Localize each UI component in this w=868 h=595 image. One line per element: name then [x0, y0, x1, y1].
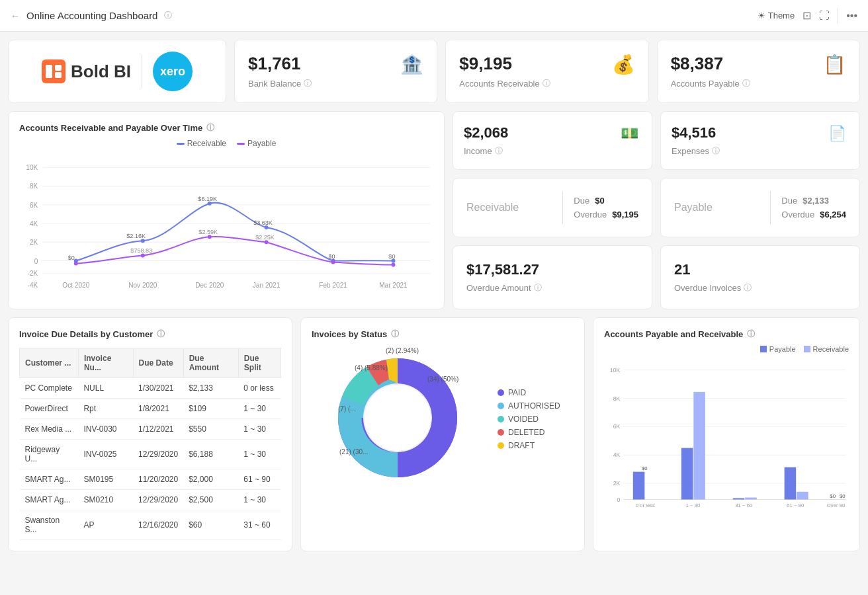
row1: Bold BI xero 🏦 $1,761 Bank Balance ⓘ 💰 $…	[8, 40, 860, 103]
pie-legend: PAID AUTHORISED VOIDED DELETED DRAFT	[498, 388, 560, 450]
pie-legend-item: VOIDED	[498, 415, 560, 424]
accounts-payable-info[interactable]: ⓘ	[742, 78, 750, 89]
cell-customer: Swanston S...	[20, 510, 79, 540]
table-row: SMART Ag... SM0195 11/20/2020 $2,000 61 …	[20, 469, 281, 490]
table-row: Swanston S... AP 12/16/2020 $60 31 ~ 60	[20, 510, 281, 540]
svg-text:$2.16K: $2.16K	[126, 233, 146, 239]
svg-text:(34) (50%): (34) (50%)	[427, 376, 458, 383]
toolbar-separator	[838, 8, 838, 24]
cell-invoice: INV-0030	[78, 419, 133, 440]
overdue-amount-card: $17,581.27 Overdue Amount ⓘ	[453, 245, 652, 309]
more-options-icon[interactable]: •••	[846, 10, 857, 22]
top-bar-left: ← Online Accounting Dashboard ⓘ	[11, 10, 172, 21]
svg-text:$2.25K: $2.25K	[255, 234, 275, 241]
svg-text:Mar 2021: Mar 2021	[379, 282, 408, 289]
svg-text:2K: 2K	[613, 480, 621, 487]
pie-legend-dot	[498, 416, 504, 422]
overdue-amount-info[interactable]: ⓘ	[534, 282, 542, 294]
svg-text:$0: $0	[642, 465, 648, 471]
top-bar: ← Online Accounting Dashboard ⓘ ☀ Theme …	[0, 0, 868, 32]
svg-point-34	[74, 262, 78, 266]
bar-31-60-payable	[733, 498, 745, 500]
svg-text:(4) (5.88%): (4) (5.88%)	[355, 364, 388, 372]
xero-text: xero	[160, 65, 185, 79]
svg-text:10K: 10K	[26, 164, 38, 171]
bar-31-60-receivable	[745, 498, 757, 500]
top-bar-right: ☀ Theme ⊡ ⛶ •••	[758, 8, 857, 24]
svg-text:6K: 6K	[30, 202, 38, 209]
invoice-table-header-row: Customer ... Invoice Nu... Due Date Due …	[20, 348, 281, 378]
svg-text:(21) (30...: (21) (30...	[339, 448, 368, 456]
cell-due-date: 1/30/2021	[133, 378, 183, 399]
payable-divider	[770, 191, 771, 224]
cell-invoice: Rpt	[78, 399, 133, 419]
accounts-receivable-info[interactable]: ⓘ	[542, 78, 550, 89]
overdue-invoices-label: Overdue Invoices ⓘ	[674, 282, 846, 294]
bank-balance-info[interactable]: ⓘ	[304, 78, 312, 89]
invoice-table-info[interactable]: ⓘ	[157, 329, 165, 340]
svg-point-30	[208, 202, 212, 206]
bank-icon: 🏦	[400, 54, 423, 75]
payable-bar-dot	[760, 346, 767, 352]
cell-invoice: SM0210	[78, 490, 133, 510]
table-row: Rex Media ... INV-0030 1/12/2021 $550 1 …	[20, 419, 281, 440]
title-info-icon[interactable]: ⓘ	[164, 10, 172, 21]
pie-legend-label: VOIDED	[508, 415, 539, 424]
income-info[interactable]: ⓘ	[495, 145, 503, 157]
svg-point-29	[141, 239, 145, 243]
expenses-info[interactable]: ⓘ	[712, 145, 720, 157]
cell-customer: PC Complete	[20, 378, 79, 399]
pie-chart-title: Invoices by Status ⓘ	[312, 329, 574, 340]
pie-svg: (34) (50%) (21) (30... (7) (... (4) (5.8…	[325, 345, 470, 491]
accounts-receivable-card: 💰 $9,195 Accounts Receivable ⓘ	[445, 40, 648, 103]
cell-due-date: 11/20/2020	[133, 469, 183, 490]
overdue-invoices-info[interactable]: ⓘ	[744, 282, 752, 294]
svg-text:Jan 2021: Jan 2021	[253, 282, 281, 289]
bar-legend: Payable Receivable	[604, 345, 849, 353]
income-icon: 💵	[621, 125, 638, 142]
cell-due-split: 1 ~ 30	[238, 440, 281, 469]
overdue-invoices-value: 21	[674, 261, 846, 278]
bar-chart-svg: 10K 8K 6K 4K 2K 0	[604, 358, 849, 517]
accounts-payable-card: 📋 $8,387 Accounts Payable ⓘ	[657, 40, 860, 103]
pie-legend-item: DELETED	[498, 428, 560, 437]
payable-legend-dot	[237, 143, 245, 145]
boldbi-logo: Bold BI	[42, 60, 131, 83]
fullscreen-icon[interactable]: ⛶	[819, 10, 830, 22]
svg-text:1 ~ 30: 1 ~ 30	[685, 502, 700, 508]
accounts-payable-value: $8,387	[671, 54, 846, 74]
svg-point-39	[391, 263, 395, 267]
pie-legend-label: DELETED	[508, 428, 544, 437]
bar-chart-title: Accounts Payable and Receivable ⓘ	[604, 329, 849, 340]
pie-legend-label: DRAFT	[508, 441, 535, 450]
pie-legend-item: AUTHORISED	[498, 401, 560, 411]
svg-text:0 or less: 0 or less	[636, 502, 655, 508]
line-chart-title: Accounts Receivable and Payable Over Tim…	[19, 122, 433, 134]
row2: Accounts Receivable and Payable Over Tim…	[8, 111, 860, 309]
cell-due-date: 1/12/2021	[133, 419, 183, 440]
pie-chart-card: Invoices by Status ⓘ	[300, 317, 585, 551]
accounts-receivable-value: $9,195	[459, 54, 634, 74]
back-icon[interactable]: ←	[11, 11, 20, 21]
income-card: 💵 $2,068 Income ⓘ	[453, 111, 652, 170]
svg-text:Dec 2020: Dec 2020	[195, 282, 224, 289]
cell-due-split: 0 or less	[238, 378, 281, 399]
svg-text:2K: 2K	[30, 239, 38, 246]
pie-chart-info[interactable]: ⓘ	[391, 329, 399, 340]
col-due-date: Due Date	[133, 348, 183, 378]
svg-text:Over 90: Over 90	[827, 502, 846, 508]
invoice-table-body: PC Complete NULL 1/30/2021 $2,133 0 or l…	[20, 378, 281, 540]
bar-chart-info[interactable]: ⓘ	[747, 329, 755, 340]
line-chart-card: Accounts Receivable and Payable Over Tim…	[8, 111, 445, 309]
pie-legend-item: DRAFT	[498, 441, 560, 450]
svg-text:-2K: -2K	[28, 270, 38, 277]
dashboard: Bold BI xero 🏦 $1,761 Bank Balance ⓘ 💰 $…	[0, 32, 868, 595]
cell-due-split: 1 ~ 30	[238, 419, 281, 440]
pie-legend-dot	[498, 429, 504, 436]
payable-due-values: Due $2,133 Overdue $6,254	[781, 196, 846, 219]
share-icon[interactable]: ⊡	[803, 9, 811, 22]
bank-balance-card: 🏦 $1,761 Bank Balance ⓘ	[234, 40, 437, 103]
theme-button[interactable]: ☀ Theme	[758, 11, 795, 20]
chart-info-icon[interactable]: ⓘ	[206, 122, 214, 134]
cell-due-amount: $2,000	[183, 469, 238, 490]
